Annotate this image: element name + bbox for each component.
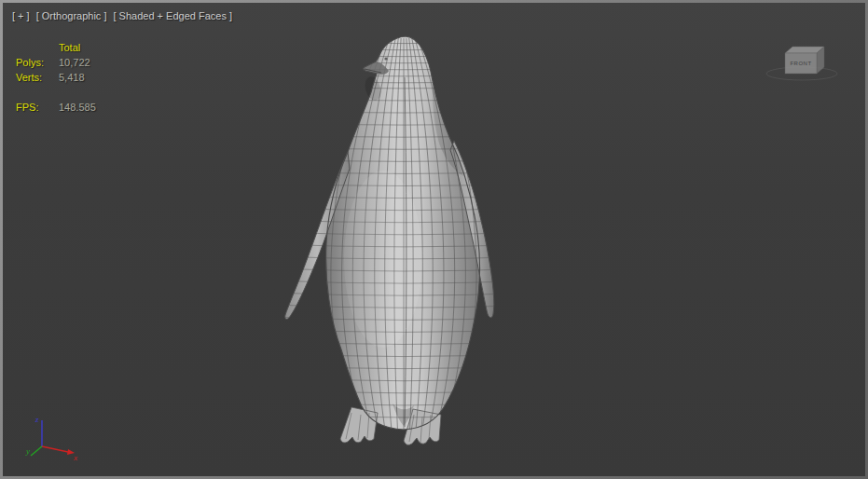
- world-axis-tripod: z x y: [25, 411, 81, 461]
- viewcube-front-label: FRONT: [790, 61, 811, 66]
- 3d-viewport-canvas[interactable]: [ + ][ Orthographic ][ Shaded + Edged Fa…: [3, 3, 865, 476]
- verts-label: Verts:: [16, 70, 59, 85]
- app-window: { "viewport": { "label": { "menu": "[ + …: [0, 0, 868, 479]
- y-axis-label: y: [25, 446, 30, 456]
- stats-polys-row: Polys:10,722: [16, 55, 96, 70]
- viewport-label: [ + ][ Orthographic ][ Shaded + Edged Fa…: [12, 10, 239, 21]
- stats-total-header: Total: [59, 42, 80, 53]
- polys-value: 10,722: [59, 57, 90, 68]
- x-axis-line: [42, 446, 68, 452]
- y-axis-line: [31, 446, 42, 456]
- viewport-view-menu[interactable]: [ Orthographic ]: [36, 10, 107, 21]
- stats-fps-row: FPS:148.585: [16, 100, 96, 115]
- viewport-menu-button[interactable]: [ + ]: [12, 10, 30, 21]
- viewport-shading-menu[interactable]: [ Shaded + Edged Faces ]: [113, 10, 232, 21]
- penguin-wireframe-model[interactable]: [264, 31, 525, 455]
- viewcube-widget[interactable]: FRONT: [763, 40, 841, 87]
- stats-verts-row: Verts:5,418: [16, 70, 96, 85]
- x-axis-label: x: [73, 453, 77, 461]
- z-axis-label: z: [34, 415, 39, 424]
- fps-value: 148.585: [59, 102, 96, 113]
- polys-label: Polys:: [16, 55, 59, 70]
- viewport-statistics: Total Polys:10,722 Verts:5,418 FPS:148.5…: [16, 40, 96, 115]
- stats-header-row: Total: [16, 40, 96, 55]
- penguin-left-foot: [340, 407, 378, 443]
- fps-label: FPS:: [16, 100, 59, 115]
- verts-value: 5,418: [59, 72, 85, 83]
